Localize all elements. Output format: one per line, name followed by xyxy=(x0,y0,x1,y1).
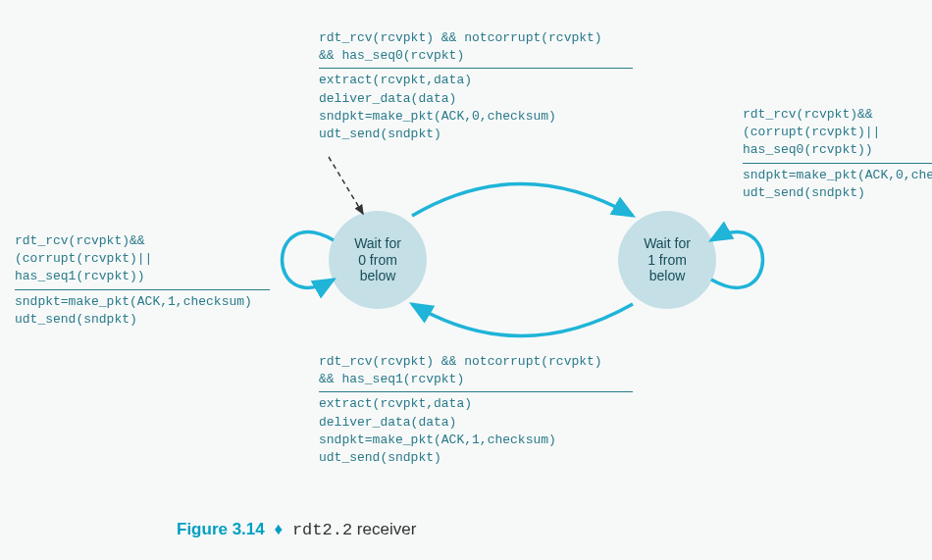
diamond-icon: ♦ xyxy=(275,520,284,538)
state-wait-1-label: Wait for 1 from below xyxy=(644,235,691,284)
divider-right xyxy=(743,163,932,164)
transition-right: rdt_rcv(rcvpkt)&& (corrupt(rcvpkt)|| has… xyxy=(743,106,932,202)
divider-bottom xyxy=(319,391,633,392)
caption-label: Figure 3.14 xyxy=(177,520,265,538)
caption-code: rdt2.2 xyxy=(292,521,352,539)
transition-top: rdt_rcv(rcvpkt) && notcorrupt(rcvpkt) &&… xyxy=(319,29,633,143)
action-right: sndpkt=make_pkt(ACK,0,checksum) udt_send… xyxy=(743,167,932,202)
action-left: sndpkt=make_pkt(ACK,1,checksum) udt_send… xyxy=(15,293,270,329)
state-wait-0-label: Wait for 0 from below xyxy=(354,235,401,284)
initial-arrow xyxy=(329,157,363,214)
event-left: rdt_rcv(rcvpkt)&& (corrupt(rcvpkt)|| has… xyxy=(15,232,270,286)
state-wait-1: Wait for 1 from below xyxy=(618,211,716,309)
action-top: extract(rcvpkt,data) deliver_data(data) … xyxy=(319,72,633,143)
action-bottom: extract(rcvpkt,data) deliver_data(data) … xyxy=(319,395,633,467)
arc-0-to-1 xyxy=(412,184,633,217)
divider-left xyxy=(15,289,270,290)
arc-1-to-0 xyxy=(412,304,633,336)
transition-left: rdt_rcv(rcvpkt)&& (corrupt(rcvpkt)|| has… xyxy=(15,232,270,329)
transition-bottom: rdt_rcv(rcvpkt) && notcorrupt(rcvpkt) &&… xyxy=(319,353,633,467)
event-right: rdt_rcv(rcvpkt)&& (corrupt(rcvpkt)|| has… xyxy=(743,106,932,160)
divider-top xyxy=(319,68,633,69)
event-top: rdt_rcv(rcvpkt) && notcorrupt(rcvpkt) &&… xyxy=(319,29,633,65)
figure-caption: Figure 3.14 ♦ rdt2.2 receiver xyxy=(177,520,416,539)
event-bottom: rdt_rcv(rcvpkt) && notcorrupt(rcvpkt) &&… xyxy=(319,353,633,388)
caption-text: receiver xyxy=(352,520,416,538)
self-loop-0 xyxy=(283,232,335,288)
self-loop-1 xyxy=(711,232,763,288)
state-wait-0: Wait for 0 from below xyxy=(329,211,427,309)
